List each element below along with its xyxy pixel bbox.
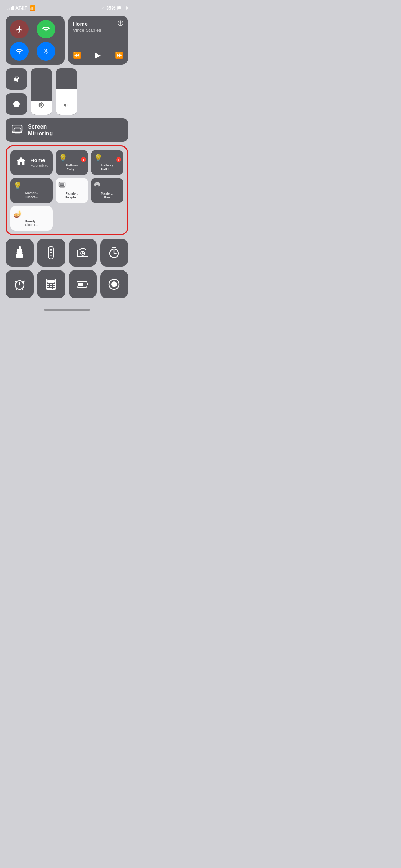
flashlight-button[interactable]: [6, 239, 34, 267]
now-playing-widget[interactable]: Home Vince Staples ⏪ ▶ ⏩: [68, 16, 128, 65]
timer-button[interactable]: [100, 239, 128, 267]
lamp-icon: 🪔: [13, 210, 22, 218]
svg-rect-30: [50, 284, 52, 285]
track-info: Home Vince Staples: [73, 21, 123, 33]
home-icon: [15, 156, 27, 170]
svg-point-41: [111, 281, 117, 287]
svg-rect-7: [16, 253, 23, 258]
fast-forward-button[interactable]: ⏩: [115, 51, 123, 59]
bottom-row-1: [6, 239, 128, 267]
svg-rect-2: [59, 182, 65, 187]
row-top: Home Vince Staples ⏪ ▶ ⏩: [6, 16, 128, 65]
remote-button[interactable]: [37, 239, 65, 267]
light-icon-3: 💡: [13, 181, 22, 190]
svg-rect-4: [62, 184, 64, 186]
svg-rect-6: [19, 246, 21, 249]
svg-rect-10: [50, 252, 52, 253]
cellular-button[interactable]: [37, 20, 55, 38]
svg-rect-31: [53, 284, 55, 285]
track-artist: Vince Staples: [73, 27, 123, 33]
svg-rect-28: [47, 280, 55, 283]
play-button[interactable]: ▶: [95, 51, 101, 60]
svg-rect-39: [78, 283, 83, 286]
status-left: AT&T 📶: [7, 5, 35, 11]
home-indicator-bar: [44, 309, 90, 311]
hallway-entry-button[interactable]: 💡 ! HallwayEntry...: [56, 150, 88, 175]
brightness-slider[interactable]: [31, 68, 52, 115]
alarm-button[interactable]: [6, 270, 34, 298]
screen-mirroring-button[interactable]: Screen Mirroring: [6, 118, 128, 142]
light-icon-2: 💡: [94, 154, 103, 162]
svg-rect-11: [50, 254, 52, 254]
svg-rect-13: [50, 257, 52, 257]
master-fan-label: Master...Fan: [101, 192, 114, 200]
calculator-button[interactable]: [37, 270, 65, 298]
screen-mirroring-row: Screen Mirroring: [6, 118, 128, 142]
svg-rect-5: [60, 187, 65, 188]
fan-icon: [94, 181, 101, 190]
connectivity-widget[interactable]: [6, 16, 65, 65]
svg-rect-38: [87, 283, 88, 285]
control-center: Home Vince Staples ⏪ ▶ ⏩: [0, 13, 134, 305]
screen-record-button[interactable]: [100, 270, 128, 298]
wifi-status-icon: 📶: [29, 5, 35, 11]
airplay-icon[interactable]: [117, 20, 124, 28]
battery-widget-button[interactable]: [69, 270, 97, 298]
camera-button[interactable]: [69, 239, 97, 267]
svg-rect-3: [60, 184, 62, 186]
brightness-icon: [38, 102, 45, 110]
do-not-disturb-button[interactable]: [6, 93, 27, 115]
volume-icon: [63, 102, 70, 110]
signal-bars: [7, 6, 14, 10]
svg-rect-12: [50, 255, 52, 256]
family-floor-lamp-button[interactable]: 🪔 Family...Floor L...: [10, 206, 53, 231]
svg-point-15: [82, 252, 84, 254]
warning-badge-2: !: [116, 157, 121, 162]
svg-rect-29: [47, 284, 49, 285]
warning-badge-1: !: [81, 157, 86, 162]
bluetooth-button[interactable]: [37, 42, 55, 61]
location-icon: ⌂: [102, 6, 104, 10]
master-closet-button[interactable]: 💡 Master...Closet...: [10, 178, 53, 203]
home-indicator: [0, 305, 134, 313]
light-icon-1: 💡: [58, 154, 67, 162]
rotation-lock-button[interactable]: [6, 68, 27, 90]
wifi-button[interactable]: [10, 42, 29, 61]
svg-point-9: [50, 249, 52, 251]
svg-rect-34: [53, 286, 55, 287]
svg-line-25: [16, 289, 17, 290]
home-favorites-button[interactable]: Home Favorites: [10, 150, 53, 175]
svg-rect-33: [50, 286, 52, 287]
track-title: Home: [73, 21, 123, 27]
hallway-hall-label: HallwayHall Li...: [101, 164, 113, 171]
carrier-label: AT&T: [15, 5, 27, 11]
status-bar: AT&T 📶 ⌂ 35%: [0, 0, 134, 13]
bottom-row-2: [6, 270, 128, 298]
svg-line-24: [22, 281, 24, 283]
master-closet-label: Master...Closet...: [25, 191, 38, 199]
airplane-mode-button[interactable]: [10, 20, 29, 38]
master-fan-button[interactable]: Master...Fan: [91, 178, 123, 203]
rewind-button[interactable]: ⏪: [73, 51, 81, 59]
svg-rect-36: [53, 288, 55, 289]
svg-line-26: [22, 289, 23, 290]
screen-mirroring-label: Screen Mirroring: [28, 123, 53, 137]
hallway-hall-button[interactable]: 💡 ! HallwayHall Li...: [91, 150, 123, 175]
home-label: Home Favorites: [30, 157, 48, 168]
family-fireplace-button[interactable]: Family...Firepla...: [56, 178, 88, 203]
small-tiles-col: [6, 68, 27, 115]
home-section: Home Favorites 💡 ! HallwayEntry... 💡 ! H…: [6, 145, 128, 235]
family-fireplace-label: Family...Firepla...: [65, 192, 78, 200]
status-right: ⌂ 35%: [102, 5, 127, 11]
row-middle: [6, 68, 128, 115]
volume-slider[interactable]: [56, 68, 77, 115]
battery-indicator: [117, 6, 127, 10]
hallway-entry-label: HallwayEntry...: [66, 164, 78, 171]
battery-percent: 35%: [106, 5, 115, 11]
svg-line-23: [15, 281, 17, 283]
svg-rect-35: [47, 288, 52, 289]
playback-controls: ⏪ ▶ ⏩: [73, 51, 123, 60]
fireplace-icon: [58, 181, 66, 190]
family-floor-label: Family...Floor L...: [25, 219, 38, 227]
svg-rect-32: [47, 286, 49, 287]
